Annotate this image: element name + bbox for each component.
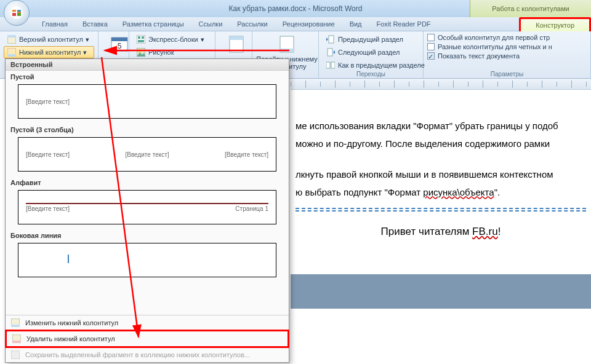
save-icon (10, 350, 20, 360)
tab-review[interactable]: Рецензирование (275, 17, 342, 31)
picture-button[interactable]: Рисунок (133, 46, 211, 58)
svg-point-13 (139, 50, 141, 52)
page-down-icon (277, 34, 297, 54)
picture-icon (136, 47, 146, 57)
checkbox-icon (427, 34, 435, 41)
svg-text:5: 5 (118, 42, 122, 50)
options-group-label: Параметры (424, 71, 590, 77)
footer-boundary (296, 208, 586, 212)
dropdown-arrow-icon: ▾ (86, 36, 89, 44)
tab-foxit[interactable]: Foxit Reader PDF (369, 17, 438, 31)
next-section-button[interactable]: Следующий раздел (323, 46, 419, 58)
gallery-item-title: Пустой (9, 71, 285, 83)
gallery-item-3col[interactable]: [Введите текст][Введите текст][Введите т… (18, 137, 276, 172)
gallery-item-alphabet[interactable]: [Введите текст]Страница 1 (18, 190, 276, 224)
tab-mailings[interactable]: Рассылки (230, 17, 275, 31)
link-icon (326, 60, 336, 70)
footer-gallery-dropdown: Встроенный Пустой [Введите текст] Пустой… (5, 58, 289, 363)
edit-icon (10, 318, 20, 328)
tab-view[interactable]: Вид (342, 17, 369, 31)
horizontal-ruler[interactable]: /*ruler ticks drawn via JS below*/ (291, 79, 591, 90)
remove-icon (12, 334, 22, 344)
svg-rect-15 (230, 36, 243, 40)
dropdown-arrow-icon: ▾ (201, 36, 204, 44)
footer-text: Привет читателям FB.ru! (296, 224, 586, 240)
svg-rect-10 (142, 36, 144, 39)
svg-rect-23 (11, 325, 20, 327)
svg-rect-18 (329, 36, 334, 43)
svg-rect-4 (7, 54, 16, 57)
document-body[interactable]: ме использования вкладки "Формат" убрать… (291, 90, 591, 346)
goto-header-button[interactable] (219, 33, 254, 55)
edit-footer-item[interactable]: Изменить нижний колонтитул (6, 315, 289, 330)
contextual-tab-title: Работа с колонтитулами (470, 0, 591, 17)
gallery-item-sideline[interactable] (18, 243, 276, 277)
checkbox-icon: ✓ (427, 52, 435, 60)
odd-even-check[interactable]: Разные колонтитулы для четных и н (427, 42, 587, 51)
tab-references[interactable]: Ссылки (191, 17, 230, 31)
page-gap (291, 274, 591, 309)
prev-section-button[interactable]: Предыдущий раздел (323, 33, 419, 46)
dropdown-arrow-icon: ▾ (83, 49, 87, 57)
gallery-item-blank[interactable]: [Введите текст] (18, 84, 276, 119)
tab-design[interactable]: Конструктор (519, 17, 591, 31)
svg-rect-6 (111, 38, 127, 41)
doc-line: можно и по-другому. После выделения соде… (296, 137, 586, 151)
footer-button[interactable]: Нижний колонтитул ▾ (4, 46, 94, 58)
tab-insert[interactable]: Вставка (75, 17, 115, 31)
gallery-header: Встроенный (6, 59, 289, 71)
svg-rect-25 (12, 341, 21, 343)
header-button[interactable]: Верхний колонтитул ▾ (4, 33, 94, 46)
checkbox-icon (427, 43, 435, 50)
remove-footer-item[interactable]: Удалить нижний колонтитул (5, 330, 289, 348)
gallery-item-title: Боковая линия (9, 229, 285, 242)
office-button[interactable] (4, 0, 30, 26)
blocks-icon (136, 34, 146, 44)
prev-icon (326, 34, 336, 44)
ribbon-tabs: Главная Вставка Разметка страницы Ссылки… (0, 17, 591, 31)
svg-rect-21 (331, 62, 335, 68)
svg-rect-9 (138, 36, 140, 39)
page-up-icon (227, 34, 246, 54)
gallery-item-title: Пустой (3 столбца) (9, 124, 285, 136)
doc-line: лкнуть правой кнопкой мыши и в появившем… (296, 168, 586, 182)
first-page-check[interactable]: Особый колонтитул для первой стр (427, 33, 587, 42)
header-icon (7, 34, 17, 44)
svg-rect-26 (11, 350, 20, 359)
show-doc-check[interactable]: ✓Показать текст документа (427, 52, 587, 60)
tab-home[interactable]: Главная (34, 17, 75, 31)
doc-line: ме использования вкладки "Формат" убрать… (296, 119, 586, 133)
svg-rect-17 (280, 49, 294, 52)
svg-rect-19 (328, 49, 332, 56)
nav-group-label: Переходы (319, 71, 423, 77)
gallery-item-title: Алфавит (9, 176, 285, 189)
document-area: /*ruler ticks drawn via JS below*/ ме ис… (291, 79, 591, 364)
link-previous-button[interactable]: Как в предыдущем разделе (323, 59, 419, 71)
doc-line: ю выбрать подпункт "Формат рисунка\объек… (296, 186, 586, 200)
calendar-icon: 5 (110, 34, 129, 54)
next-icon (326, 47, 336, 57)
footer-icon (7, 47, 17, 57)
svg-rect-2 (7, 35, 16, 38)
save-selection-item: Сохранить выделенный фрагмент в коллекци… (6, 347, 289, 362)
svg-rect-11 (138, 40, 144, 42)
svg-rect-20 (326, 62, 330, 68)
tab-layout[interactable]: Разметка страницы (115, 17, 191, 31)
quickparts-button[interactable]: Экспресс-блоки ▾ (133, 33, 211, 46)
